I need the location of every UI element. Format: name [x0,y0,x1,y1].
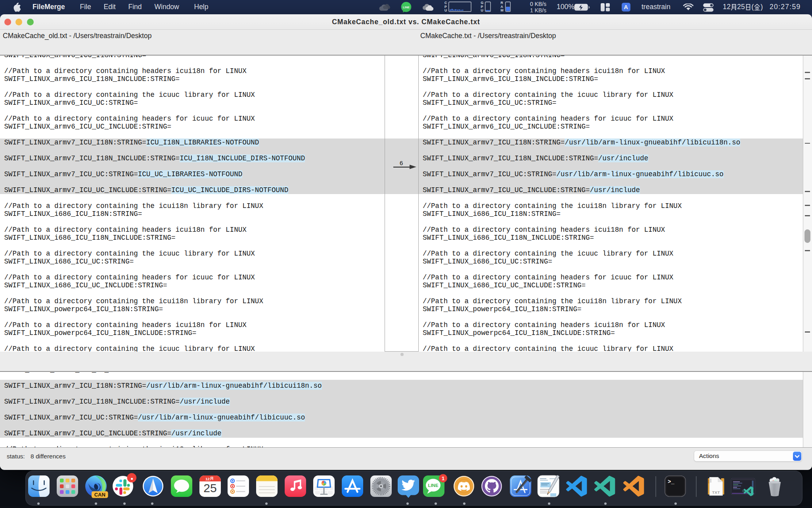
svg-text:LINE: LINE [428,483,439,488]
svg-text:25: 25 [203,481,216,495]
svg-text:>_: >_ [668,479,674,485]
svg-text:TXT: TXT [712,490,720,495]
svg-text:1: 1 [442,475,444,481]
svg-text:CAN: CAN [94,492,105,498]
svg-text:12: 12 [205,477,210,481]
svg-text:LINE: LINE [403,6,410,9]
